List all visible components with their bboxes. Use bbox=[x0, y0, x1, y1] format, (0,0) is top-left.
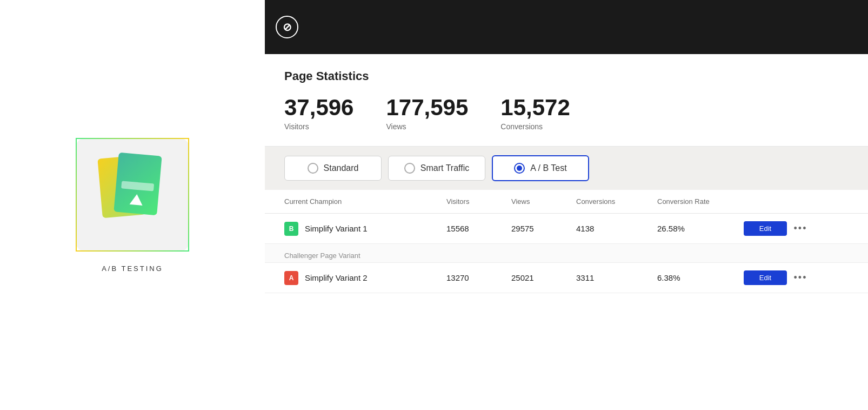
header-more bbox=[787, 197, 814, 206]
radio-smart bbox=[404, 163, 415, 174]
champion-table-row: B Simplify Variant 1 15568 29575 4138 26… bbox=[265, 214, 868, 244]
visitors-label: Visitors bbox=[284, 122, 353, 131]
views-number: 177,595 bbox=[386, 96, 468, 119]
page-stats-title: Page Statistics bbox=[284, 69, 849, 83]
champion-badge: B bbox=[284, 222, 298, 236]
right-panel: ⊘ Page Statistics 37,596 Visitors 177,59… bbox=[265, 0, 868, 410]
header-champion: Current Champion bbox=[284, 197, 446, 206]
stats-panel: Page Statistics 37,596 Visitors 177,595 … bbox=[265, 54, 868, 147]
challenger-views: 25021 bbox=[511, 273, 576, 282]
traffic-selector: Standard Smart Traffic A / B Test bbox=[265, 147, 868, 190]
challenger-conversion-rate: 6.38% bbox=[657, 273, 744, 282]
stat-visitors: 37,596 Visitors bbox=[284, 96, 353, 131]
left-panel: A/B TESTING bbox=[0, 0, 265, 410]
stat-views: 177,595 Views bbox=[386, 96, 468, 131]
champion-conversions: 4138 bbox=[576, 224, 657, 233]
traffic-option-standard[interactable]: Standard bbox=[284, 156, 382, 181]
champion-views: 29575 bbox=[511, 224, 576, 233]
conversions-number: 15,572 bbox=[500, 96, 570, 119]
table-area: Current Champion Visitors Views Conversi… bbox=[265, 190, 868, 410]
challenger-section-label-row: Challenger Page Variant bbox=[265, 244, 868, 263]
traffic-smart-label: Smart Traffic bbox=[420, 163, 469, 173]
challenger-badge: A bbox=[284, 271, 298, 285]
challenger-more-button[interactable]: ••• bbox=[787, 272, 814, 283]
challenger-variant-cell: A Simplify Variant 2 bbox=[284, 271, 446, 285]
champion-conversion-rate: 26.58% bbox=[657, 224, 744, 233]
champion-name: Simplify Variant 1 bbox=[305, 224, 368, 233]
radio-ab bbox=[514, 163, 525, 174]
header-edit bbox=[744, 197, 787, 206]
views-label: Views bbox=[386, 122, 468, 131]
radio-standard bbox=[308, 163, 318, 174]
top-nav: ⊘ bbox=[265, 0, 868, 54]
conversions-label: Conversions bbox=[500, 122, 570, 131]
nav-logo: ⊘ bbox=[276, 16, 298, 38]
stat-conversions: 15,572 Conversions bbox=[500, 96, 570, 131]
traffic-standard-label: Standard bbox=[324, 163, 359, 173]
traffic-option-ab[interactable]: A / B Test bbox=[492, 155, 589, 181]
challenger-visitors: 13270 bbox=[446, 273, 511, 282]
champion-visitors: 15568 bbox=[446, 224, 511, 233]
header-conversion-rate: Conversion Rate bbox=[657, 197, 744, 206]
ab-label: A/B TESTING bbox=[102, 264, 163, 273]
challenger-table-row: A Simplify Variant 2 13270 25021 3311 6.… bbox=[265, 263, 868, 293]
ab-card bbox=[76, 138, 189, 252]
challenger-edit-button[interactable]: Edit bbox=[744, 270, 787, 285]
stats-row: 37,596 Visitors 177,595 Views 15,572 Con… bbox=[284, 96, 849, 131]
traffic-ab-label: A / B Test bbox=[530, 163, 566, 173]
card-stripe bbox=[121, 181, 154, 191]
header-visitors: Visitors bbox=[446, 197, 511, 206]
content-area: Page Statistics 37,596 Visitors 177,595 … bbox=[265, 54, 868, 410]
champion-variant-cell: B Simplify Variant 1 bbox=[284, 222, 446, 236]
ab-card-illustration bbox=[84, 146, 181, 243]
challenger-label: Challenger Page Variant bbox=[284, 252, 360, 260]
challenger-name: Simplify Variant 2 bbox=[305, 273, 368, 282]
traffic-option-smart[interactable]: Smart Traffic bbox=[388, 156, 485, 181]
header-views: Views bbox=[511, 197, 576, 206]
header-conversions: Conversions bbox=[576, 197, 657, 206]
card-green bbox=[113, 152, 162, 215]
card-triangle bbox=[130, 193, 144, 205]
table-header: Current Champion Visitors Views Conversi… bbox=[265, 190, 868, 214]
champion-edit-button[interactable]: Edit bbox=[744, 221, 787, 236]
visitors-number: 37,596 bbox=[284, 96, 353, 119]
champion-more-button[interactable]: ••• bbox=[787, 223, 814, 234]
challenger-conversions: 3311 bbox=[576, 273, 657, 282]
radio-ab-dot bbox=[517, 166, 522, 171]
